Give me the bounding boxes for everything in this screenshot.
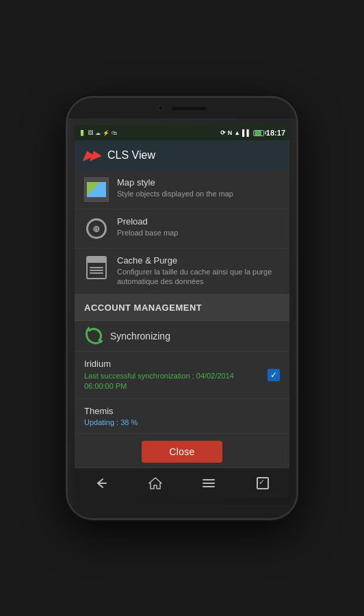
menu-item-map-style[interactable]: Map style Style objects displayed on the…: [75, 170, 289, 209]
front-camera: [158, 105, 164, 111]
menu-lines-icon: [203, 479, 215, 487]
menu-line-3: [203, 486, 215, 487]
account-item-themis[interactable]: Themis Updating : 38 %: [75, 399, 289, 434]
nav-home-button[interactable]: [145, 473, 166, 493]
cache-line-2: [90, 270, 103, 271]
iridium-checkbox[interactable]: ✓: [268, 369, 280, 381]
checkmark-icon: ✓: [270, 371, 277, 379]
themis-status: Updating : 38 %: [84, 418, 280, 426]
themis-name: Themis: [84, 406, 280, 416]
map-style-text: Map style Style objects displayed on the…: [117, 177, 233, 198]
account-management-header: ACCOUNT MANAGEMENT: [75, 294, 289, 321]
menu-item-preload[interactable]: ⊙ Preload Preload base map: [75, 209, 289, 248]
sync-arrows-icon: [86, 328, 102, 344]
clock: 18:17: [266, 129, 285, 137]
map-icon-inner: [87, 182, 106, 197]
cache-icon-container: [84, 255, 109, 280]
preload-icon-container: ⊙: [84, 216, 109, 241]
cache-text: Cache & Purge Configurer la taille du ca…: [117, 255, 280, 287]
nfc-icon: N: [228, 129, 233, 136]
cache-icon: [86, 256, 107, 279]
phone-top-bezel: [68, 98, 296, 118]
sync-status-icon: ⟳: [220, 129, 226, 136]
iridium-name: Iridium: [84, 359, 280, 369]
app-bar: ▶▶ CLS View: [75, 140, 289, 170]
wifi-icon: ▲: [234, 129, 240, 136]
cache-title: Cache & Purge: [117, 255, 280, 266]
preload-subtitle: Preload base map: [117, 228, 178, 238]
cache-icon-lines: [88, 263, 105, 278]
sync-label: Synchronizing: [110, 331, 170, 342]
close-button-container: Close: [75, 434, 289, 467]
menu-item-cache[interactable]: Cache & Purge Configurer la taille du ca…: [75, 248, 289, 294]
menu-content: Map style Style objects displayed on the…: [75, 170, 289, 467]
preload-icon: ⊙: [86, 218, 107, 239]
bookmarks-icon: [257, 477, 269, 489]
cache-line-3: [90, 272, 103, 274]
home-icon: [148, 476, 162, 490]
preload-title: Preload: [117, 216, 178, 227]
account-management-label: ACCOUNT MANAGEMENT: [84, 303, 202, 313]
account-item-iridium[interactable]: Iridium Last successful synchronization …: [75, 352, 289, 400]
sync-icon-container: [84, 326, 103, 346]
nav-back-button[interactable]: [91, 473, 112, 493]
svg-marker-1: [149, 478, 161, 489]
map-icon: [84, 177, 109, 202]
nav-bookmarks-button[interactable]: [252, 473, 273, 493]
close-button[interactable]: Close: [142, 441, 222, 463]
phone-bottom-bezel: [68, 504, 296, 518]
synchronizing-item: Synchronizing: [75, 321, 289, 352]
status-bar: 🔋 🖼 ☁ ⚡ 🛍 ⟳ N ▲ ▌▌ 18:17: [75, 125, 289, 140]
menu-line-1: [203, 479, 215, 480]
signal-bars: ▌▌: [242, 129, 251, 136]
bottom-nav: [75, 467, 289, 498]
status-icons-left: 🔋 🖼 ☁ ⚡ 🛍: [79, 130, 117, 136]
cloud-icon: ☁: [95, 130, 101, 136]
battery-fill: [255, 131, 261, 136]
status-right: ⟳ N ▲ ▌▌ 18:17: [220, 129, 285, 137]
cache-subtitle: Configurer la taille du cache ainsi que …: [117, 267, 280, 287]
menu-line-2: [203, 483, 215, 484]
map-style-subtitle: Style objects displayed on the map: [117, 189, 233, 198]
phone-screen: 🔋 🖼 ☁ ⚡ 🛍 ⟳ N ▲ ▌▌ 18:17 ▶▶ CLS View: [75, 125, 289, 498]
image-icon: 🖼: [88, 130, 93, 136]
map-style-icon-container: [84, 177, 109, 202]
cache-line-1: [90, 267, 103, 268]
bag-icon: 🛍: [112, 130, 117, 136]
earpiece-speaker: [172, 107, 206, 110]
preload-text: Preload Preload base map: [117, 216, 178, 238]
battery-status-icon: 🔋: [79, 130, 86, 136]
battery-indicator: [253, 130, 264, 136]
back-icon: [94, 477, 108, 489]
cache-icon-top: [88, 257, 105, 263]
usb-icon: ⚡: [103, 130, 109, 136]
map-style-title: Map style: [117, 177, 233, 188]
iridium-status: Last successful synchronization : 04/02/…: [84, 371, 280, 392]
phone-device: 🔋 🖼 ☁ ⚡ 🛍 ⟳ N ▲ ▌▌ 18:17 ▶▶ CLS View: [66, 96, 298, 520]
app-logo: ▶▶: [83, 148, 102, 163]
app-title: CLS View: [107, 149, 155, 162]
nav-menu-button[interactable]: [198, 473, 219, 493]
